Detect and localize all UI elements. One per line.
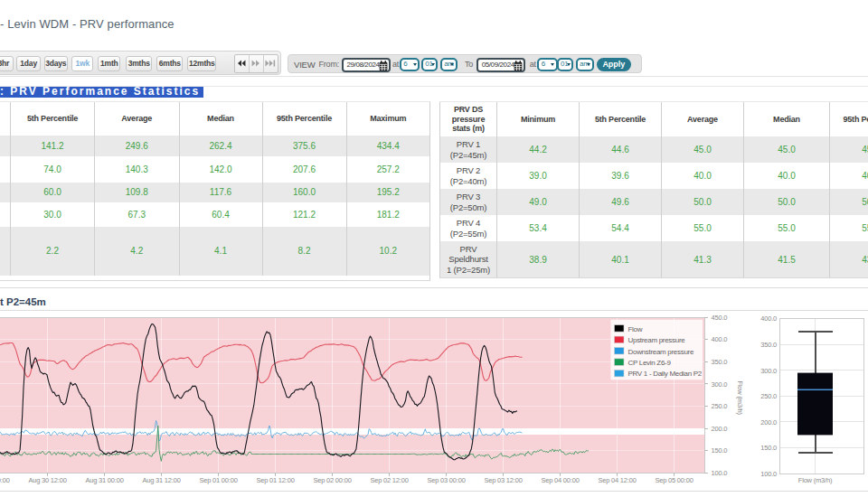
svg-text:Sep 03 12:00: Sep 03 12:00 xyxy=(484,476,522,484)
svg-text:Upstream pressure: Upstream pressure xyxy=(628,336,686,344)
svg-text:200.0: 200.0 xyxy=(760,418,777,427)
svg-text:Flow (m3/h): Flow (m3/h) xyxy=(736,381,744,416)
svg-text:Downstream pressure: Downstream pressure xyxy=(628,348,694,356)
svg-text:Flow: Flow xyxy=(628,325,643,333)
svg-text:CP Levin Z6-9: CP Levin Z6-9 xyxy=(628,359,672,367)
svg-text:250.0: 250.0 xyxy=(712,402,728,410)
svg-text:300.0: 300.0 xyxy=(712,380,728,389)
svg-text:Sep 05 00:00: Sep 05 00:00 xyxy=(655,476,693,484)
svg-text:350.0: 350.0 xyxy=(712,358,728,366)
svg-text:Aug 30 12:00: Aug 30 12:00 xyxy=(28,476,66,484)
svg-text:Flow (m3/h): Flow (m3/h) xyxy=(798,476,833,484)
svg-text:400.0: 400.0 xyxy=(712,335,728,343)
svg-text:400.0: 400.0 xyxy=(760,314,777,323)
svg-text:Aug 31 12:00: Aug 31 12:00 xyxy=(142,476,180,484)
svg-text:Sep 01 12:00: Sep 01 12:00 xyxy=(256,476,294,484)
svg-text:100.0: 100.0 xyxy=(760,470,777,478)
svg-text:Sep 02 00:00: Sep 02 00:00 xyxy=(313,476,351,484)
svg-text:200.0: 200.0 xyxy=(712,425,728,433)
svg-text:150.0: 150.0 xyxy=(712,446,728,455)
svg-text:PRV 1 - Daily Median P2: PRV 1 - Daily Median P2 xyxy=(628,370,703,378)
svg-text:450.0: 450.0 xyxy=(712,314,728,322)
svg-text:Sep 04 00:00: Sep 04 00:00 xyxy=(541,476,579,484)
svg-text:100.0: 100.0 xyxy=(712,469,728,477)
svg-text:250.0: 250.0 xyxy=(760,392,777,400)
svg-text:300.0: 300.0 xyxy=(760,367,777,375)
svg-text:Sep 02 12:00: Sep 02 12:00 xyxy=(370,476,408,484)
svg-text:Aug 31 00:00: Aug 31 00:00 xyxy=(85,476,123,484)
svg-text:150.0: 150.0 xyxy=(760,444,777,452)
svg-text:Aug 30 00:00: Aug 30 00:00 xyxy=(0,476,10,484)
svg-text:Sep 04 12:00: Sep 04 12:00 xyxy=(598,476,636,484)
svg-text:Sep 01 00:00: Sep 01 00:00 xyxy=(199,476,237,484)
svg-text:Sep 03 00:00: Sep 03 00:00 xyxy=(427,476,465,484)
svg-text:350.0: 350.0 xyxy=(760,341,777,349)
